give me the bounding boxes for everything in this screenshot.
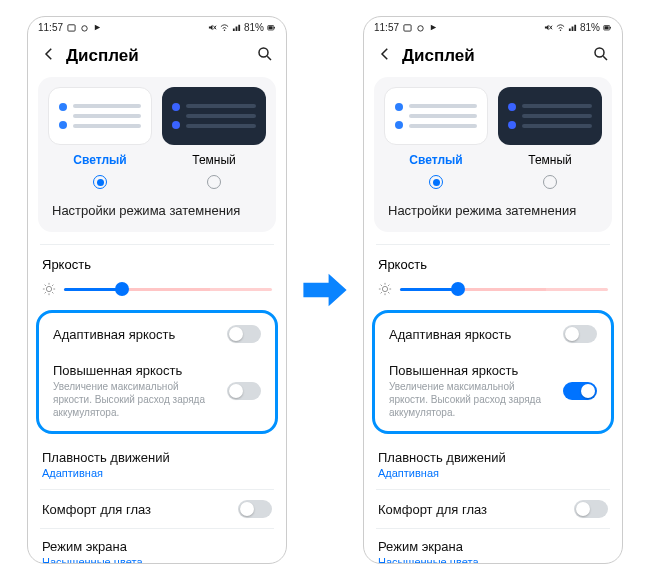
theme-preview-light — [48, 87, 152, 145]
svg-point-27 — [595, 48, 604, 57]
eye-comfort-toggle[interactable] — [574, 500, 608, 518]
adaptive-brightness-label: Адаптивная яркость — [53, 327, 217, 342]
motion-smoothness-row[interactable]: Плавность движений Адаптивная — [364, 440, 622, 489]
svg-point-10 — [46, 286, 51, 291]
extra-brightness-row[interactable]: Повышенная яркость Увеличение максимальн… — [39, 353, 275, 429]
motion-smoothness-row[interactable]: Плавность движений Адаптивная — [28, 440, 286, 489]
theme-selector-card: Светлый Темный Настройки режима затемнен… — [374, 77, 612, 232]
phone-after: 11:57 81% Дисплей Светл — [363, 16, 623, 564]
theme-option-dark[interactable]: Темный — [498, 87, 602, 189]
svg-rect-19 — [404, 24, 411, 30]
motion-smoothness-label: Плавность движений — [378, 450, 598, 465]
svg-line-9 — [267, 56, 271, 60]
extra-brightness-toggle[interactable] — [227, 382, 261, 400]
svg-point-1 — [82, 25, 87, 30]
battery-icon — [267, 23, 276, 32]
eye-comfort-label: Комфорт для глаз — [378, 502, 564, 517]
title-bar: Дисплей — [364, 37, 622, 77]
brightness-section: Яркость — [28, 245, 286, 304]
theme-selector-card: Светлый Темный Настройки режима затемнен… — [38, 77, 276, 232]
screen-mode-label: Режим экрана — [378, 539, 598, 554]
sun-icon — [42, 282, 56, 296]
brightness-slider[interactable] — [400, 288, 608, 291]
signal-icon — [232, 23, 241, 32]
adaptive-brightness-toggle[interactable] — [563, 325, 597, 343]
extra-brightness-row[interactable]: Повышенная яркость Увеличение максимальн… — [375, 353, 611, 429]
adaptive-brightness-label: Адаптивная яркость — [389, 327, 553, 342]
extra-brightness-toggle[interactable] — [563, 382, 597, 400]
theme-option-light[interactable]: Светлый — [48, 87, 152, 189]
theme-dark-label: Темный — [498, 153, 602, 167]
adaptive-brightness-toggle[interactable] — [227, 325, 261, 343]
dark-mode-settings-row[interactable]: Настройки режима затемнения — [384, 189, 602, 220]
svg-line-34 — [381, 285, 382, 286]
svg-line-18 — [52, 285, 53, 286]
search-icon[interactable] — [592, 45, 610, 67]
adaptive-brightness-row[interactable]: Адаптивная яркость — [375, 315, 611, 353]
search-icon[interactable] — [256, 45, 274, 67]
theme-preview-dark — [498, 87, 602, 145]
svg-point-20 — [418, 25, 423, 30]
theme-preview-dark — [162, 87, 266, 145]
brightness-slider[interactable] — [64, 288, 272, 291]
theme-option-dark[interactable]: Темный — [162, 87, 266, 189]
radio-light[interactable] — [93, 175, 107, 189]
theme-light-label: Светлый — [48, 153, 152, 167]
svg-line-17 — [45, 292, 46, 293]
svg-rect-7 — [269, 26, 273, 29]
theme-light-label: Светлый — [384, 153, 488, 167]
svg-rect-6 — [274, 27, 275, 29]
svg-line-36 — [381, 292, 382, 293]
back-icon[interactable] — [40, 45, 58, 67]
screen-mode-row[interactable]: Режим экрана Насыщенные цвета — [364, 529, 622, 563]
svg-point-29 — [382, 286, 387, 291]
status-time: 11:57 — [374, 22, 399, 33]
svg-line-15 — [45, 285, 46, 286]
page-title: Дисплей — [66, 46, 248, 66]
eye-comfort-row[interactable]: Комфорт для глаз — [364, 490, 622, 528]
calendar-icon — [67, 23, 76, 32]
eye-comfort-row[interactable]: Комфорт для глаз — [28, 490, 286, 528]
brightness-label: Яркость — [42, 257, 272, 272]
svg-point-8 — [259, 48, 268, 57]
extra-brightness-sub: Увеличение максимальной яркости. Высокий… — [389, 380, 553, 419]
mute-icon — [208, 23, 217, 32]
theme-dark-label: Темный — [162, 153, 266, 167]
status-bar: 11:57 81% — [28, 17, 286, 37]
svg-point-23 — [560, 29, 561, 30]
back-icon[interactable] — [376, 45, 394, 67]
radio-dark[interactable] — [207, 175, 221, 189]
signal-icon — [568, 23, 577, 32]
svg-line-28 — [603, 56, 607, 60]
screen-mode-label: Режим экрана — [42, 539, 262, 554]
svg-point-4 — [224, 29, 225, 30]
battery-icon — [603, 23, 612, 32]
screen-mode-value: Насыщенные цвета — [378, 556, 598, 563]
title-bar: Дисплей — [28, 37, 286, 77]
alarm-icon — [80, 23, 89, 32]
status-battery: 81% — [580, 22, 600, 33]
radio-dark[interactable] — [543, 175, 557, 189]
status-battery: 81% — [244, 22, 264, 33]
highlight-box: Адаптивная яркость Повышенная яркость Ув… — [36, 310, 278, 434]
wifi-icon — [556, 23, 565, 32]
svg-rect-26 — [605, 26, 609, 29]
brightness-section: Яркость — [364, 245, 622, 304]
theme-option-light[interactable]: Светлый — [384, 87, 488, 189]
brightness-label: Яркость — [378, 257, 608, 272]
screen-mode-row[interactable]: Режим экрана Насыщенные цвета — [28, 529, 286, 563]
radio-light[interactable] — [429, 175, 443, 189]
mute-icon — [544, 23, 553, 32]
screen-mode-value: Насыщенные цвета — [42, 556, 262, 563]
eye-comfort-toggle[interactable] — [238, 500, 272, 518]
highlight-box: Адаптивная яркость Повышенная яркость Ув… — [372, 310, 614, 434]
extra-brightness-label: Повышенная яркость — [389, 363, 553, 378]
dark-mode-settings-row[interactable]: Настройки режима затемнения — [48, 189, 266, 220]
theme-preview-light — [384, 87, 488, 145]
page-title: Дисплей — [402, 46, 584, 66]
svg-line-16 — [52, 292, 53, 293]
adaptive-brightness-row[interactable]: Адаптивная яркость — [39, 315, 275, 353]
svg-rect-0 — [68, 24, 75, 30]
svg-line-37 — [388, 285, 389, 286]
extra-brightness-label: Повышенная яркость — [53, 363, 217, 378]
